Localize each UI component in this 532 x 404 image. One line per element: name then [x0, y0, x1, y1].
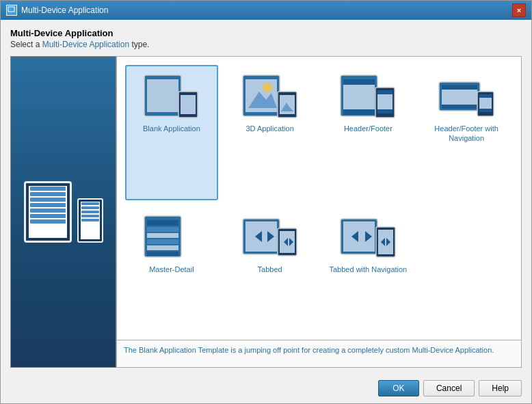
svg-rect-32 [147, 233, 178, 238]
cancel-button[interactable]: Cancel [423, 380, 475, 396]
svg-rect-35 [147, 252, 178, 256]
svg-rect-28 [479, 109, 492, 112]
phone-device [77, 198, 103, 243]
template-blank-icon [141, 72, 202, 120]
screen-line-2 [30, 192, 66, 196]
template-blank[interactable]: Blank Application [125, 65, 218, 200]
left-panel [10, 56, 116, 368]
screen-line-5 [30, 208, 66, 213]
svg-rect-22 [442, 85, 477, 90]
dialog-window: Multi-Device Application × Multi-Device … [0, 0, 532, 404]
screen-line-4 [30, 203, 66, 207]
template-3d-icon [239, 72, 301, 120]
phone-line-4 [81, 215, 99, 217]
screen-line-3 [30, 198, 66, 202]
right-panel: Blank Application [116, 56, 522, 368]
template-headerfooter-label: Header/Footer [344, 124, 393, 133]
svg-rect-0 [8, 7, 14, 12]
svg-rect-18 [377, 90, 393, 94]
svg-rect-26 [479, 94, 492, 98]
title-bar-left: Multi-Device Application [6, 5, 108, 16]
tablet-device [24, 181, 72, 243]
template-3d-label: 3D Application [245, 124, 293, 133]
template-headerfooternav-label: Header/Footer with Navigation [424, 124, 509, 144]
main-area: Blank Application [10, 56, 522, 368]
template-masterdetail[interactable]: Master-Detail [125, 206, 218, 332]
svg-point-9 [263, 83, 272, 92]
template-tabbed[interactable]: Tabbed [224, 206, 317, 332]
phone-screen [81, 202, 100, 239]
screen-line-1 [30, 187, 66, 191]
svg-rect-30 [147, 220, 178, 226]
svg-rect-16 [343, 109, 375, 115]
svg-rect-49 [378, 230, 393, 254]
screen-line-6 [30, 214, 66, 218]
phone-line-1 [81, 202, 99, 205]
phone-line-5 [81, 219, 99, 221]
template-headerfooter[interactable]: Header/Footer [322, 65, 415, 200]
dialog-title: Multi-Device Application [10, 28, 522, 38]
phone-line-2 [81, 206, 99, 209]
ok-button[interactable]: OK [378, 380, 419, 396]
templates-grid: Blank Application [117, 57, 521, 340]
description-text: The Blank Application Template is a jump… [124, 346, 494, 354]
svg-rect-27 [479, 98, 492, 109]
svg-rect-20 [377, 109, 393, 113]
title-bar: Multi-Device Application × [1, 1, 531, 20]
template-tabbednav-label: Tabbed with Navigation [330, 265, 408, 274]
dialog-content: Multi-Device Application Select a Multi-… [1, 20, 531, 375]
svg-rect-19 [377, 94, 393, 109]
tablet-screen [29, 186, 67, 238]
bottom-buttons: OK Cancel Help [1, 375, 531, 403]
header-section: Multi-Device Application Select a Multi-… [10, 28, 522, 49]
svg-rect-31 [147, 227, 178, 232]
subtitle-end: type. [129, 40, 149, 49]
template-headerfooternav-icon [436, 72, 497, 120]
template-tabbed-label: Tabbed [258, 265, 282, 274]
window-title: Multi-Device Application [21, 5, 108, 15]
svg-rect-14 [343, 79, 375, 85]
template-headerfooternav[interactable]: Header/Footer with Navigation [420, 65, 513, 200]
template-blank-label: Blank Application [143, 124, 200, 133]
svg-rect-34 [147, 245, 178, 250]
close-button[interactable]: × [512, 3, 526, 17]
svg-rect-33 [147, 239, 178, 244]
svg-rect-24 [442, 105, 477, 109]
phone-line-3 [81, 211, 99, 213]
screen-line-7 [30, 219, 66, 224]
template-headerfooter-icon [337, 72, 399, 120]
subtitle-text: Select a [10, 40, 42, 49]
template-masterdetail-label: Master-Detail [149, 265, 194, 274]
svg-rect-3 [147, 79, 178, 112]
template-tabbed-icon [239, 213, 301, 260]
window-icon [6, 5, 17, 16]
subtitle-link[interactable]: Multi-Device Application [42, 40, 129, 49]
description-bar: The Blank Application Template is a jump… [117, 340, 521, 367]
device-illustration [24, 181, 103, 243]
dialog-subtitle: Select a Multi-Device Application type. [10, 40, 522, 49]
help-button[interactable]: Help [479, 380, 522, 396]
template-3d[interactable]: 3D Application [224, 65, 317, 200]
svg-rect-23 [442, 90, 477, 105]
svg-rect-5 [181, 95, 196, 114]
svg-rect-1 [10, 8, 11, 10]
template-tabbednav-icon [337, 213, 399, 260]
svg-rect-15 [343, 85, 375, 109]
template-masterdetail-icon [141, 213, 202, 260]
template-tabbednav[interactable]: Tabbed with Navigation [322, 206, 415, 332]
